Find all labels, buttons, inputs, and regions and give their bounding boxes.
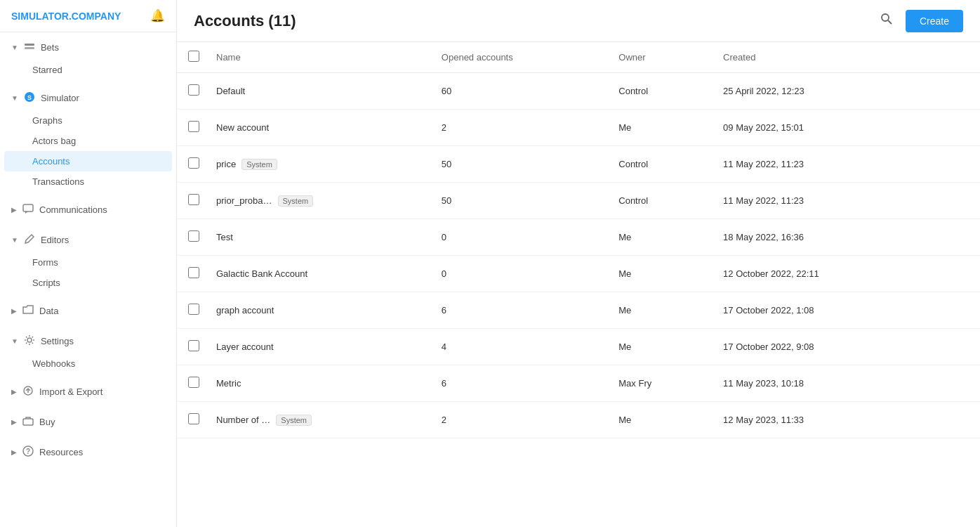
row-checkbox-cell	[177, 256, 205, 292]
sidebar-group-editors-header[interactable]: ▼ Editors	[0, 228, 176, 252]
row-owner: Me	[607, 256, 712, 292]
sidebar-group-import-export-label: Import & Export	[39, 386, 102, 397]
row-name: prior_proba… System	[205, 183, 430, 219]
row-actions-cell: ⋮	[935, 329, 980, 365]
row-created: 12 May 2023, 11:33	[712, 402, 935, 438]
chevron-right-icon: ▶	[11, 418, 17, 426]
row-opened-accounts: 2	[430, 402, 607, 438]
row-opened-accounts: 0	[430, 219, 607, 256]
svg-rect-1	[25, 47, 34, 49]
accounts-table: Name Opened accounts Owner Created Defau…	[177, 42, 980, 438]
row-checkbox[interactable]	[188, 413, 199, 424]
svg-point-5	[27, 338, 32, 342]
sidebar-group-resources: ▶ ? Resources	[0, 437, 176, 467]
table-row: Number of … System 2 Me 12 May 2023, 11:…	[177, 402, 980, 438]
search-button[interactable]	[876, 8, 897, 33]
arrows-icon	[22, 385, 34, 398]
system-badge: System	[241, 159, 277, 170]
svg-point-10	[882, 14, 889, 21]
chevron-down-icon: ▼	[11, 236, 18, 244]
briefcase-icon	[22, 415, 34, 429]
sidebar-item-starred[interactable]: Starred	[4, 60, 172, 80]
sidebar-group-simulator-label: Simulator	[41, 93, 79, 103]
svg-text:?: ?	[26, 448, 30, 455]
folder-icon	[22, 304, 34, 318]
sidebar-group-resources-label: Resources	[39, 447, 83, 457]
chevron-right-icon: ▶	[11, 388, 17, 396]
table-row: price System 50 Control 11 May 2022, 11:…	[177, 146, 980, 183]
chevron-down-icon: ▼	[11, 337, 18, 345]
row-owner: Control	[607, 73, 712, 110]
sidebar-group-bets: ▼ Bets Starred	[0, 32, 176, 83]
row-actions-cell: ⋮	[935, 402, 980, 438]
row-name: Layer account	[205, 329, 430, 365]
notifications-bell-icon[interactable]: 🔔	[150, 8, 165, 23]
table-row: Layer account 4 Me 17 October 2022, 9:08…	[177, 329, 980, 365]
sidebar-item-webhooks[interactable]: Webhooks	[4, 353, 172, 374]
row-actions-cell: ⋮	[935, 365, 980, 402]
layers-icon	[24, 41, 35, 54]
logo-text: SIMULATOR.COMPANY	[11, 11, 121, 22]
table-row: Metric 6 Max Fry 11 May 2023, 10:18 ⋮	[177, 365, 980, 402]
row-checkbox-cell	[177, 73, 205, 110]
col-created: Created	[712, 42, 935, 73]
row-name: New account	[205, 110, 430, 146]
sidebar-group-communications-header[interactable]: ▶ Communications	[0, 197, 176, 222]
row-name: Metric	[205, 365, 430, 402]
row-checkbox[interactable]	[188, 377, 199, 388]
row-owner: Me	[607, 219, 712, 256]
row-checkbox-cell	[177, 146, 205, 183]
pencil-icon	[24, 233, 35, 247]
row-opened-accounts: 6	[430, 365, 607, 402]
create-button[interactable]: Create	[906, 10, 963, 32]
sidebar-item-forms[interactable]: Forms	[4, 252, 172, 273]
chat-icon	[22, 203, 34, 216]
sidebar-group-resources-header[interactable]: ▶ ? Resources	[0, 440, 176, 464]
select-all-checkbox-cell	[177, 42, 205, 73]
sidebar-item-scripts[interactable]: Scripts	[4, 273, 172, 293]
row-name: Number of … System	[205, 402, 430, 438]
table-row: prior_proba… System 50 Control 11 May 20…	[177, 183, 980, 219]
row-owner: Max Fry	[607, 365, 712, 402]
logo: SIMULATOR.COMPANY	[11, 11, 121, 22]
col-opened-accounts: Opened accounts	[430, 42, 607, 73]
row-name-text: Test	[216, 232, 233, 242]
row-actions-cell: ⋮	[935, 146, 980, 183]
select-all-checkbox[interactable]	[188, 51, 199, 62]
row-created: 25 April 2022, 12:23	[712, 73, 935, 110]
sidebar: SIMULATOR.COMPANY 🔔 ▼ Bets Starred ▼ S S…	[0, 0, 177, 527]
row-checkbox[interactable]	[188, 340, 199, 351]
table-row: Test 0 Me 18 May 2022, 16:36 ⋮	[177, 219, 980, 256]
sidebar-item-accounts[interactable]: Accounts	[4, 151, 172, 171]
row-owner: Me	[607, 402, 712, 438]
row-created: 11 May 2023, 10:18	[712, 365, 935, 402]
row-name-text: Metric	[216, 378, 241, 389]
row-owner: Me	[607, 292, 712, 329]
sidebar-item-actors-bag[interactable]: Actors bag	[4, 131, 172, 151]
row-created: 12 October 2022, 22:11	[712, 256, 935, 292]
sidebar-group-buy-header[interactable]: ▶ Buy	[0, 410, 176, 434]
sidebar-group-import-export-header[interactable]: ▶ Import & Export	[0, 379, 176, 404]
chevron-right-icon: ▶	[11, 307, 17, 315]
row-checkbox[interactable]	[188, 304, 199, 315]
sidebar-item-graphs[interactable]: Graphs	[4, 110, 172, 131]
row-checkbox[interactable]	[188, 194, 199, 205]
sidebar-group-simulator-header[interactable]: ▼ S Simulator	[0, 86, 176, 110]
row-checkbox[interactable]	[188, 230, 199, 242]
row-actions-cell: ⋮	[935, 183, 980, 219]
row-opened-accounts: 50	[430, 183, 607, 219]
row-opened-accounts: 50	[430, 146, 607, 183]
row-name-text: prior_proba…	[216, 195, 272, 206]
sidebar-group-settings-header[interactable]: ▼ Settings	[0, 329, 176, 353]
row-name: Galactic Bank Account	[205, 256, 430, 292]
svg-rect-0	[25, 44, 34, 46]
row-checkbox-cell	[177, 219, 205, 256]
sidebar-item-transactions[interactable]: Transactions	[4, 171, 172, 192]
row-checkbox[interactable]	[188, 157, 199, 169]
chevron-right-icon: ▶	[11, 448, 17, 456]
sidebar-group-data-header[interactable]: ▶ Data	[0, 299, 176, 323]
row-checkbox[interactable]	[188, 267, 199, 278]
row-checkbox[interactable]	[188, 84, 199, 96]
sidebar-group-bets-header[interactable]: ▼ Bets	[0, 35, 176, 60]
row-checkbox[interactable]	[188, 121, 199, 132]
